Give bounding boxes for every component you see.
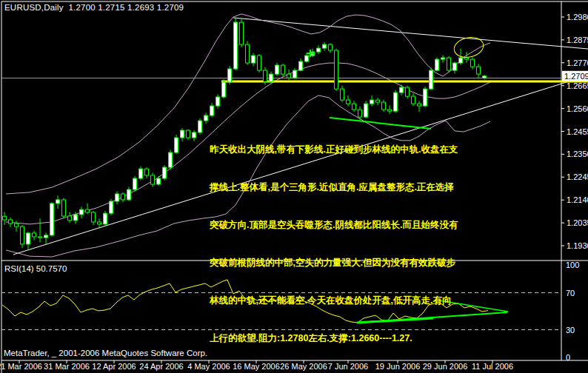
bull-candle bbox=[275, 65, 279, 74]
bear-candle bbox=[281, 65, 285, 74]
bull-candle bbox=[204, 115, 208, 121]
bear-candle bbox=[382, 102, 386, 110]
bull-candle bbox=[139, 169, 143, 178]
rsi-scale-label: 0 bbox=[566, 353, 570, 362]
bear-candle bbox=[68, 216, 72, 221]
bear-candle bbox=[246, 44, 250, 63]
bear-candle bbox=[329, 44, 333, 50]
bull-candle bbox=[110, 201, 113, 213]
current-price-label: 1.2709 bbox=[564, 72, 588, 81]
chart-title-ohlc: EURUSD,Daily 1.2700 1.2715 1.2693 1.2709 bbox=[4, 3, 184, 12]
bull-candle bbox=[394, 93, 398, 111]
bull-candle bbox=[364, 104, 368, 117]
bull-candle bbox=[169, 152, 173, 167]
bull-candle bbox=[80, 209, 84, 215]
bear-candle bbox=[264, 70, 267, 81]
bull-candle bbox=[56, 200, 60, 204]
annotation-line: 撑线上.整体看,是个三角形.近似直角.应属盘整形态.正在选择 bbox=[210, 181, 458, 194]
annotation-line: 上行的欲望.阻力:1.2780左右.支撑:1.2660----1.27. bbox=[210, 332, 458, 345]
date-axis-label: 12 Apr 2006 bbox=[92, 362, 136, 371]
price-axis-label: 1.2560 bbox=[567, 104, 588, 113]
bull-candle bbox=[228, 69, 232, 82]
bear-candle bbox=[92, 212, 96, 222]
bear-candle bbox=[121, 194, 125, 200]
bull-candle bbox=[104, 213, 107, 224]
bull-candle bbox=[44, 235, 48, 238]
annotation-line: 突破前根阴线的中部,空头的力量强大.但因为没有有效跌破步 bbox=[210, 257, 458, 269]
bear-candle bbox=[376, 100, 380, 102]
bull-candle bbox=[157, 178, 161, 184]
bull-candle bbox=[210, 106, 214, 115]
price-axis-label: 1.2980 bbox=[567, 13, 588, 21]
bull-candle bbox=[252, 56, 255, 63]
bull-candle bbox=[293, 70, 297, 78]
bull-candle bbox=[453, 63, 457, 70]
annotation-line: 昨天收出大阴线,带有下影线.正好碰到步林线的中轨.收盘在支 bbox=[210, 144, 458, 156]
price-axis-label: 1.2770 bbox=[567, 58, 588, 67]
bull-candle bbox=[459, 58, 463, 63]
bull-candle bbox=[198, 121, 202, 132]
rsi-indicator-label: RSI(14) 50.7570 bbox=[4, 264, 67, 273]
date-axis-label: 11 Jul 2006 bbox=[472, 362, 513, 371]
price-axis-label: 1.2665 bbox=[567, 81, 588, 90]
bear-candle bbox=[39, 237, 42, 238]
analysis-annotation: 昨天收出大阴线,带有下影线.正好碰到步林线的中轨.收盘在支 撑线上.整体看,是个… bbox=[210, 118, 458, 373]
bull-candle bbox=[435, 59, 439, 70]
bull-candle bbox=[74, 215, 78, 221]
bear-candle bbox=[418, 104, 421, 106]
rsi-scale-label: 100 bbox=[566, 261, 579, 269]
bull-candle bbox=[323, 44, 327, 48]
bear-candle bbox=[9, 220, 13, 224]
bear-candle bbox=[477, 67, 481, 74]
bull-candle bbox=[317, 48, 321, 52]
annotation-line: 林线的中轨,还不能看空.今天在收盘价处开盘,低开高走.有向 bbox=[210, 295, 458, 307]
bull-candle bbox=[181, 130, 184, 138]
bull-candle bbox=[299, 61, 303, 70]
bear-candle bbox=[412, 96, 415, 104]
bull-candle bbox=[270, 74, 273, 81]
bull-candle bbox=[163, 167, 167, 178]
bull-candle bbox=[441, 58, 445, 59]
price-axis-label: 1.2140 bbox=[567, 195, 588, 204]
annotation-line: 突破方向.顶部是空头吞噬形态.阴线都比阳线长.而且始终没有 bbox=[210, 219, 458, 232]
bull-candle bbox=[27, 233, 30, 244]
bear-candle bbox=[21, 226, 24, 244]
bull-candle bbox=[175, 138, 178, 152]
bear-candle bbox=[353, 104, 356, 110]
bear-candle bbox=[240, 22, 244, 44]
bull-candle bbox=[370, 100, 374, 104]
date-axis-label: 21 Mar 2006 bbox=[0, 362, 42, 371]
bear-candle bbox=[3, 216, 7, 220]
bull-candle bbox=[222, 82, 226, 97]
date-axis-label: 24 Apr 2006 bbox=[139, 362, 183, 371]
bear-candle bbox=[471, 59, 475, 67]
bear-candle bbox=[341, 89, 344, 100]
bull-candle bbox=[216, 97, 220, 106]
rsi-scale-label: 30 bbox=[566, 326, 575, 335]
bull-candle bbox=[193, 132, 196, 138]
rsi-scale-label: 70 bbox=[566, 289, 575, 298]
bull-candle bbox=[234, 22, 238, 69]
bear-candle bbox=[258, 56, 261, 70]
bear-candle bbox=[86, 209, 90, 212]
bear-candle bbox=[15, 224, 19, 226]
bull-candle bbox=[483, 76, 487, 78]
bear-candle bbox=[465, 58, 469, 59]
price-axis-label: 1.2035 bbox=[567, 218, 588, 227]
price-axis-label: 1.1930 bbox=[567, 241, 588, 250]
bear-candle bbox=[447, 58, 451, 70]
metatrader-chart-window: 1.29801.28751.27701.26651.25601.24551.23… bbox=[0, 0, 588, 373]
bull-candle bbox=[127, 189, 131, 200]
bull-candle bbox=[430, 70, 433, 89]
bear-candle bbox=[335, 50, 338, 89]
bull-candle bbox=[133, 178, 137, 189]
descending-trendline bbox=[233, 18, 588, 49]
date-axis-label: 31 Mar 2006 bbox=[44, 362, 90, 371]
bear-candle bbox=[151, 175, 155, 184]
bear-candle bbox=[347, 100, 350, 104]
bear-candle bbox=[98, 222, 101, 224]
bear-candle bbox=[33, 233, 36, 237]
price-axis-label: 1.2245 bbox=[567, 172, 588, 181]
price-axis-label: 1.2350 bbox=[567, 149, 588, 158]
bear-candle bbox=[388, 110, 392, 111]
